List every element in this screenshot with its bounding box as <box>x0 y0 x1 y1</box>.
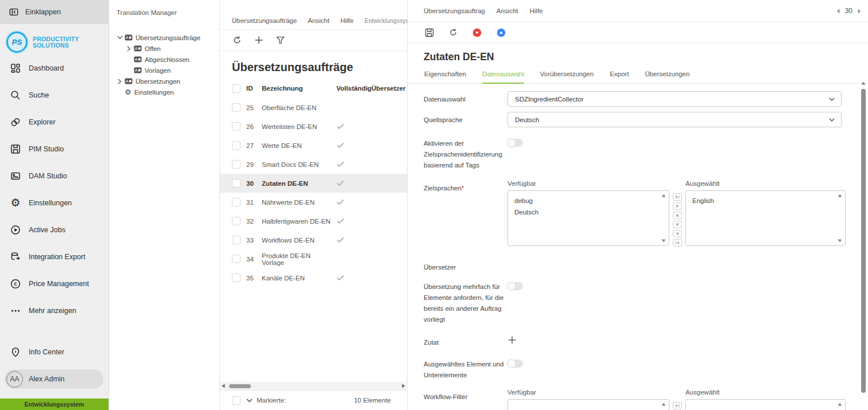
sidebar-item-explorer[interactable]: Explorer <box>0 108 108 135</box>
tab-vor-bersetzungen[interactable]: Vorübersetzungen <box>540 71 594 84</box>
horizontal-scrollbar[interactable] <box>220 382 406 390</box>
scroll-up-arrow-icon[interactable] <box>661 403 666 406</box>
check-out-button[interactable] <box>497 28 506 37</box>
row-checkbox[interactable] <box>232 141 241 150</box>
scroll-left-arrow-icon[interactable] <box>220 384 226 388</box>
sidebar-item-dam-studio[interactable]: DAM Studio <box>0 162 108 189</box>
menu-ansicht[interactable]: Ansicht <box>497 7 518 14</box>
tree-item-bersetzungen[interactable]: AÜbersetzungen <box>109 76 219 87</box>
scrollbar-thumb[interactable] <box>861 89 866 393</box>
tab-bersetzungen[interactable]: Übersetzungen <box>645 71 689 84</box>
tab-eigenschaften[interactable]: Eigenschaften <box>424 71 466 84</box>
menu-ansicht[interactable]: Ansicht <box>308 17 330 24</box>
select-all-checkbox[interactable] <box>232 84 241 93</box>
list-option[interactable]: Deutsch <box>514 206 658 218</box>
row-checkbox[interactable] <box>232 122 241 131</box>
move-all-right-button[interactable] <box>673 193 682 201</box>
tree-item-offen[interactable]: AOffen <box>109 43 219 54</box>
table-row-30[interactable]: 30 Zutaten DE-EN <box>220 174 407 193</box>
move-all-right-button[interactable] <box>673 402 682 409</box>
sidebar-item-active-jobs[interactable]: Active Jobs <box>0 216 108 243</box>
column-header-id[interactable]: ID <box>246 85 262 92</box>
scroll-down-arrow-icon[interactable] <box>661 239 666 243</box>
refresh-button[interactable] <box>232 36 242 45</box>
row-checkbox[interactable] <box>232 103 241 112</box>
row-checkbox[interactable] <box>232 274 241 282</box>
table-row-34[interactable]: 34 Produkte DE-EN Vorlage <box>220 249 407 268</box>
list-option[interactable]: English <box>692 195 835 206</box>
move-right-button[interactable] <box>673 202 682 210</box>
menu-uebersetzungsauftraege[interactable]: Übersetzungsaufträge <box>232 17 297 24</box>
scroll-up-arrow-icon[interactable] <box>861 81 866 85</box>
reload-button[interactable] <box>449 28 458 37</box>
unterelemente-toggle[interactable] <box>507 360 523 368</box>
tab-export[interactable]: Export <box>610 71 629 84</box>
move-left-button[interactable] <box>673 230 682 237</box>
vertical-scrollbar[interactable] <box>861 81 866 410</box>
scroll-down-arrow-icon[interactable] <box>838 239 842 243</box>
scrollbar-thumb[interactable] <box>229 384 251 388</box>
mehrfach-toggle[interactable] <box>507 282 523 290</box>
tree-item-bersetzungsauftr-ge[interactable]: AÜbersetzungsaufträge <box>109 32 219 43</box>
menu-hilfe[interactable]: Hilfe <box>340 17 354 24</box>
table-row-25[interactable]: 25 Oberfläche DE-EN <box>220 98 407 117</box>
scroll-up-arrow-icon[interactable] <box>661 194 666 197</box>
workflow-available-list[interactable] <box>507 399 669 410</box>
workflow-selected-list[interactable] <box>685 399 846 410</box>
row-checkbox[interactable] <box>232 179 241 188</box>
move-down-button[interactable] <box>673 221 682 228</box>
scroll-up-arrow-icon[interactable] <box>838 403 842 406</box>
check-in-button[interactable] <box>472 28 482 37</box>
row-checkbox[interactable] <box>232 255 241 263</box>
table-row-33[interactable]: 33 Workflows DE-EN <box>220 231 407 249</box>
scrollbar-track[interactable] <box>226 382 400 390</box>
quellsprache-select[interactable]: Deutsch <box>507 112 842 127</box>
row-checkbox[interactable] <box>232 236 241 244</box>
table-row-35[interactable]: 35 Kanäle DE-EN <box>220 268 407 287</box>
column-header-uebersetzer[interactable]: Übersetzer <box>371 85 407 92</box>
zielsprachen-selected-list[interactable]: English <box>685 190 846 246</box>
table-row-31[interactable]: 31 Nährwerte DE-EN <box>220 193 407 212</box>
table-row-27[interactable]: 27 Werte DE-EN <box>220 136 407 155</box>
sidebar-item-dashboard[interactable]: Dashboard <box>0 54 108 81</box>
datenauswahl-select[interactable]: SDZIngredientCollector <box>507 91 842 107</box>
chevron-right-icon[interactable] <box>125 45 133 52</box>
table-row-26[interactable]: 26 Wertelisten DE-EN <box>220 117 407 136</box>
column-header-vollstaendig[interactable]: Vollständig <box>331 85 371 92</box>
chevron-down-icon[interactable] <box>116 34 123 41</box>
chevron-right-icon[interactable] <box>116 78 123 85</box>
menu-uebersetzungsauftrag[interactable]: Übersetzungsauftrag <box>424 7 485 14</box>
sidebar-item-suche[interactable]: Suche <box>0 81 108 108</box>
filter-button[interactable] <box>276 36 285 44</box>
row-checkbox[interactable] <box>232 217 241 225</box>
tree-item-abgeschlossen[interactable]: AAbgeschlossen <box>109 54 219 65</box>
tag-identification-toggle[interactable] <box>507 139 523 147</box>
scroll-up-arrow-icon[interactable] <box>838 194 842 197</box>
chevron-down-icon[interactable] <box>246 399 253 403</box>
tree-item-vorlagen[interactable]: AVorlagen <box>109 65 219 76</box>
list-option[interactable]: debug <box>514 195 658 206</box>
table-row-29[interactable]: 29 Smart Docs DE-EN <box>220 155 407 174</box>
tab-datenauswahl[interactable]: Datenauswahl <box>482 71 524 84</box>
add-order-button[interactable] <box>254 36 264 45</box>
menu-hilfe[interactable]: Hilfe <box>529 7 542 14</box>
move-up-button[interactable] <box>673 212 682 219</box>
sidebar-item-mehr-anzeigen[interactable]: Mehr anzeigen <box>0 297 108 324</box>
column-header-bezeichnung[interactable]: Bezeichnung <box>262 85 331 92</box>
user-menu[interactable]: AA Alex Admin <box>5 369 103 389</box>
save-button[interactable] <box>425 28 434 37</box>
previous-record-button[interactable] <box>836 9 840 14</box>
row-checkbox[interactable] <box>232 198 241 206</box>
table-row-32[interactable]: 32 Halbfertigwaren DE-EN <box>220 212 407 231</box>
next-record-button[interactable] <box>858 9 861 14</box>
sidebar-item-price-management[interactable]: €Price Management <box>0 270 108 297</box>
tree-item-einstellungen[interactable]: ⚙Einstellungen <box>109 87 219 97</box>
move-all-left-button[interactable] <box>673 239 682 247</box>
sidebar-item-pim-studio[interactable]: PIM Studio <box>0 135 108 162</box>
row-checkbox[interactable] <box>232 160 241 169</box>
zielsprachen-available-list[interactable]: debugDeutsch <box>507 190 669 246</box>
sidebar-item-info-center[interactable]: Info Center <box>0 344 108 360</box>
select-all-checkbox[interactable] <box>232 396 241 405</box>
sidebar-item-einstellungen[interactable]: ⚙Einstellungen <box>0 189 108 216</box>
collapse-sidebar-button[interactable]: Einklappen <box>0 0 108 24</box>
